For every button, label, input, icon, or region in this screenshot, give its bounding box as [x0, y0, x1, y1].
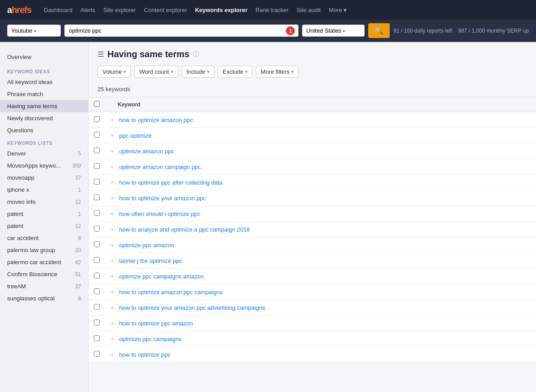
keyword-link[interactable]: tanner j fox optimize ppc: [119, 257, 182, 264]
add-keyword-icon[interactable]: +: [111, 179, 114, 186]
add-keyword-icon[interactable]: +: [111, 289, 114, 295]
row-checkbox-cell[interactable]: [89, 222, 105, 237]
keyword-link[interactable]: how often should i optimize ppc: [119, 211, 200, 217]
nav-rank-tracker[interactable]: Rank tracker: [255, 7, 289, 13]
nav-more[interactable]: More ▾: [329, 7, 347, 13]
nav-content-explorer[interactable]: Content explorer: [144, 7, 187, 13]
search-input[interactable]: [64, 25, 298, 37]
row-checkbox-cell[interactable]: [89, 175, 105, 190]
sidebar-list-moveo-info[interactable]: moveo info 12: [0, 196, 88, 208]
row-checkbox[interactable]: [94, 116, 100, 122]
row-checkbox-cell[interactable]: [89, 190, 105, 206]
info-icon[interactable]: ⓘ: [193, 51, 199, 59]
row-checkbox[interactable]: [94, 257, 100, 263]
row-checkbox-cell[interactable]: [89, 112, 105, 128]
row-checkbox[interactable]: [94, 148, 100, 153]
keyword-link[interactable]: how to optimize amazon ppc campaigns: [119, 289, 222, 295]
hamburger-icon[interactable]: ☰: [98, 50, 104, 59]
row-checkbox[interactable]: [94, 335, 100, 341]
row-checkbox[interactable]: [94, 351, 100, 357]
keyword-link[interactable]: optimize amazon campaign ppc: [119, 164, 201, 170]
keyword-link[interactable]: how to optimize amazon ppc: [119, 117, 193, 123]
add-keyword-icon[interactable]: +: [111, 336, 114, 342]
add-keyword-icon[interactable]: +: [111, 273, 114, 280]
add-keyword-icon[interactable]: +: [111, 117, 114, 123]
sidebar-item-having-same-terms[interactable]: Having same terms: [0, 100, 88, 112]
sidebar-item-newly-discovered[interactable]: Newly discovered: [0, 112, 88, 124]
row-checkbox[interactable]: [94, 179, 100, 185]
row-checkbox[interactable]: [94, 163, 100, 169]
sidebar-item-all-keyword-ideas[interactable]: All keyword ideas: [0, 76, 88, 88]
include-filter-button[interactable]: Include: [182, 66, 214, 78]
sidebar-list-patent-2[interactable]: patent 12: [0, 220, 88, 232]
nav-site-audit[interactable]: Site audit: [297, 7, 321, 13]
source-select[interactable]: Youtube: [7, 25, 61, 37]
add-keyword-icon[interactable]: +: [111, 257, 114, 264]
row-checkbox-cell[interactable]: [89, 143, 105, 159]
sidebar-list-sunglasses[interactable]: sunglasses optical 8: [0, 292, 88, 304]
nav-site-explorer[interactable]: Site explorer: [103, 7, 136, 13]
sidebar-list-moveoapps[interactable]: MoveoApps keywo... 359: [0, 160, 88, 172]
add-keyword-icon[interactable]: +: [111, 195, 114, 202]
row-checkbox-cell[interactable]: [89, 159, 105, 175]
add-keyword-icon[interactable]: +: [111, 351, 114, 358]
row-checkbox-cell[interactable]: [89, 206, 105, 222]
nav-alerts[interactable]: Alerts: [81, 7, 95, 13]
row-checkbox-cell[interactable]: [89, 316, 105, 331]
sidebar-item-questions[interactable]: Questions: [0, 124, 88, 136]
row-checkbox[interactable]: [94, 226, 100, 232]
row-checkbox[interactable]: [94, 320, 100, 325]
keyword-link[interactable]: optimize amazon ppc: [119, 148, 174, 155]
sidebar-list-car-accident[interactable]: car accident 8: [0, 232, 88, 244]
row-checkbox[interactable]: [94, 288, 100, 294]
row-checkbox-cell[interactable]: [89, 300, 105, 316]
country-select[interactable]: United States: [302, 25, 365, 37]
word-count-filter-button[interactable]: Word count: [134, 66, 178, 78]
more-filters-button[interactable]: More filters: [256, 66, 298, 78]
sidebar-list-confirm-bio[interactable]: Confirm Bioscience 51: [0, 268, 88, 280]
select-all-checkbox[interactable]: [94, 101, 100, 107]
row-checkbox[interactable]: [94, 273, 100, 278]
row-checkbox[interactable]: [94, 132, 100, 138]
sidebar-list-palermo-car[interactable]: palermo car accident 42: [0, 256, 88, 268]
select-all-header[interactable]: [89, 97, 105, 112]
search-button[interactable]: 🔍: [368, 23, 390, 38]
add-keyword-icon[interactable]: +: [111, 148, 114, 155]
sidebar-item-phrase-match[interactable]: Phrase match: [0, 88, 88, 100]
keyword-link[interactable]: optimize ppc amazon: [119, 242, 174, 249]
sidebar-list-palermo-law[interactable]: palermo law group 20: [0, 244, 88, 256]
row-checkbox-cell[interactable]: [89, 269, 105, 284]
exclude-filter-button[interactable]: Exclude: [218, 66, 252, 78]
add-keyword-icon[interactable]: +: [111, 320, 114, 327]
add-keyword-icon[interactable]: +: [111, 226, 114, 233]
sidebar-list-iphone-x[interactable]: iphone x 1: [0, 184, 88, 196]
logo[interactable]: ahrefs: [7, 5, 31, 15]
keyword-link[interactable]: how to optimize ppc after collecting dat…: [119, 179, 222, 186]
add-keyword-icon[interactable]: +: [111, 211, 114, 217]
row-checkbox[interactable]: [94, 194, 100, 200]
nav-keywords-explorer[interactable]: Keywords explorer: [195, 7, 247, 13]
row-checkbox-cell[interactable]: [89, 128, 105, 143]
row-checkbox-cell[interactable]: [89, 237, 105, 253]
row-checkbox[interactable]: [94, 304, 100, 310]
row-checkbox[interactable]: [94, 241, 100, 247]
row-checkbox-cell[interactable]: [89, 347, 105, 362]
keyword-link[interactable]: how to optimize ppc amazon: [119, 320, 193, 327]
row-checkbox-cell[interactable]: [89, 284, 105, 300]
keyword-link[interactable]: how to optimize your amazon ppc: [119, 195, 206, 202]
sidebar-list-patent-1[interactable]: patent 1: [0, 208, 88, 220]
keyword-link[interactable]: optimize ppc campaigns: [119, 336, 181, 342]
nav-dashboard[interactable]: Dashboard: [44, 7, 72, 13]
keyword-link[interactable]: how to optimize your amazon ppc advertis…: [119, 304, 265, 311]
sidebar-list-moveoapp[interactable]: moveoapp 37: [0, 172, 88, 184]
volume-filter-button[interactable]: Volume: [98, 66, 131, 78]
keyword-link[interactable]: ppc optimize: [119, 132, 152, 139]
add-keyword-icon[interactable]: +: [111, 164, 114, 170]
sidebar-list-treeam[interactable]: treeAM 37: [0, 280, 88, 292]
keyword-link[interactable]: optimize ppc campaigns amazon: [119, 273, 204, 280]
sidebar-overview[interactable]: Overview: [0, 49, 88, 65]
row-checkbox-cell[interactable]: [89, 331, 105, 347]
keyword-link[interactable]: how to analyze and optimize a ppc campai…: [119, 226, 250, 233]
add-keyword-icon[interactable]: +: [111, 304, 114, 311]
add-keyword-icon[interactable]: +: [111, 242, 114, 249]
